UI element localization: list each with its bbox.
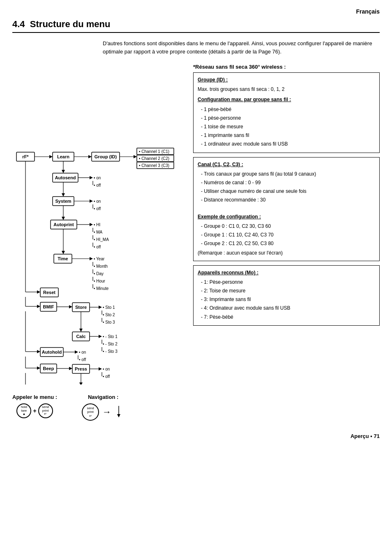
groupe-info-box: Groupe (ID) : Max. trois groupes sans fi… [193, 72, 380, 153]
canal-list-item: Numéros de canal : 0 - 99 [201, 179, 375, 187]
arrow-right: → [102, 407, 111, 417]
exemple-list-item: Groupe 0 : C1 0, C2 30, C3 60 [201, 222, 375, 230]
svg-text:• off: • off [94, 183, 101, 188]
svg-marker-28 [62, 193, 65, 197]
svg-marker-19 [62, 170, 65, 173]
svg-text:• off: • off [103, 374, 110, 379]
svg-marker-90 [99, 335, 102, 338]
svg-marker-142 [117, 414, 120, 417]
svg-text:Store: Store [75, 305, 87, 310]
svg-marker-41 [90, 223, 93, 226]
svg-text:• off: • off [94, 206, 101, 211]
svg-text:• Channel 2 (C2): • Channel 2 (C2) [139, 156, 169, 161]
svg-text:• Month: • Month [94, 264, 108, 269]
svg-text:• HI: • HI [94, 222, 100, 227]
appareils-list-item: 7: Pèse-bébé [201, 313, 375, 321]
bottom-area: Appeler le menu : holdtare▲ + sendprint↵… [12, 394, 380, 421]
intro-text: D'autres fonctions sont disponibles dans… [103, 39, 380, 56]
svg-marker-108 [37, 366, 40, 370]
svg-text:• Sto 2: • Sto 2 [103, 313, 115, 317]
call-menu-section: Appeler le menu : holdtare▲ + sendprint↵ [12, 394, 57, 418]
svg-marker-11 [134, 155, 137, 158]
svg-marker-75 [69, 305, 72, 308]
canal-list-item: Trois canaux par groupe sans fil (au tot… [201, 170, 375, 178]
svg-text:• Minute: • Minute [94, 286, 109, 291]
svg-marker-23 [90, 176, 93, 179]
config-list-item: 1 imprimante sans fil [201, 132, 375, 139]
svg-text:• Day: • Day [94, 271, 104, 276]
svg-marker-121 [79, 382, 83, 385]
svg-marker-7 [88, 155, 92, 158]
svg-text:Beep: Beep [43, 366, 54, 371]
config-list-item: 1 pèse-bébé [201, 106, 375, 114]
config-list-item: 1 pèse-personne [201, 114, 375, 122]
appareils-info-box: Appareils reconnus (Mo) : 1: Pèse-person… [193, 265, 380, 326]
svg-text:• on: • on [94, 176, 101, 180]
svg-text:Autosend: Autosend [55, 175, 76, 180]
svg-text:• Year: • Year [94, 257, 105, 261]
canal-list-item: Distance recommandée : 30 [201, 196, 375, 204]
svg-text:• off: • off [79, 357, 86, 362]
send-print-button[interactable]: sendprint↵ [38, 403, 53, 418]
svg-text:Group (ID): Group (ID) [95, 154, 117, 159]
svg-marker-98 [37, 350, 40, 353]
hold-tare-button[interactable]: holdtare▲ [16, 403, 31, 418]
svg-marker-79 [99, 306, 102, 309]
appareils-list-item: 4: Ordinateur avec module sans fil USB [201, 304, 375, 312]
svg-text:• HI_MA: • HI_MA [94, 237, 109, 242]
svg-text:System: System [55, 199, 71, 204]
svg-text:Calc: Calc [76, 334, 85, 339]
svg-text:• - Sto 1: • - Sto 1 [103, 334, 118, 339]
navigation-button[interactable]: sendprint↵ [82, 403, 99, 421]
svg-text:• off: • off [94, 245, 101, 249]
svg-text:Autoprint: Autoprint [53, 222, 74, 227]
svg-text:• on: • on [103, 367, 110, 371]
config-list-item: 1 toise de mesure [201, 123, 375, 131]
svg-text:• Hour: • Hour [94, 279, 106, 283]
svg-marker-37 [62, 217, 65, 220]
appareils-list-item: 1: Pèse-personne [201, 278, 375, 286]
section-title: 4.4 Structure du menu [12, 19, 380, 33]
svg-text:• MA: • MA [94, 230, 103, 234]
arrow-down [115, 406, 123, 418]
svg-text:• Sto 3: • Sto 3 [103, 320, 115, 324]
svg-text:Reset: Reset [43, 290, 55, 295]
svg-text:Autohold: Autohold [42, 350, 62, 354]
config-list-item: 1 ordinateur avec module sans fil USB [201, 140, 375, 148]
right-info-panel: *Réseau sans fil seca 360° wireless : Gr… [193, 64, 380, 386]
svg-marker-32 [90, 199, 93, 203]
svg-marker-3 [49, 155, 53, 158]
svg-text:Press: Press [75, 366, 87, 371]
appareils-list-item: 2: Toise de mesure [201, 287, 375, 295]
appareils-list-item: 3: Imprimante sans fil [201, 296, 375, 303]
plus-sign: + [33, 408, 36, 414]
svg-marker-54 [90, 257, 93, 260]
svg-text:Learn: Learn [57, 154, 69, 159]
svg-text:rF*: rF* [22, 154, 29, 159]
svg-text:• Channel 1 (C1): • Channel 1 (C1) [139, 149, 169, 154]
svg-text:• Sto 1: • Sto 1 [103, 305, 115, 310]
svg-text:• on: • on [79, 350, 86, 354]
svg-text:• - Sto 2: • - Sto 2 [103, 342, 118, 346]
svg-text:• - Sto 3: • - Sto 3 [103, 349, 118, 354]
svg-text:• on: • on [94, 199, 101, 204]
navigation-section: Navigation : sendprint↵ → [82, 394, 125, 421]
svg-marker-66 [37, 290, 40, 294]
exemple-list-item: Groupe 2 : C1 20, C2 50, C3 80 [201, 240, 375, 248]
canal-info-box: Canal (C1, C2, C3) : Trois canaux par gr… [193, 157, 380, 261]
header-language: Français [12, 8, 380, 15]
svg-text:BMIF: BMIF [43, 304, 54, 309]
canal-list-item: Utiliser chaque numéro de canal une seul… [201, 188, 375, 195]
svg-marker-71 [37, 305, 40, 308]
svg-marker-112 [69, 367, 72, 370]
exemple-list-item: Groupe 1 : C1 10, C2 40, C3 70 [201, 231, 375, 239]
svg-marker-116 [99, 367, 102, 371]
wireless-heading: *Réseau sans fil seca 360° wireless : [193, 64, 380, 70]
svg-marker-86 [79, 329, 83, 332]
page-number: Aperçu • 71 [12, 433, 380, 439]
svg-text:Time: Time [58, 256, 68, 261]
menu-structure-diagram: rF* Learn Group (ID) • Channel 1 (C1) • … [12, 64, 185, 386]
svg-text:• Channel 3 (C3): • Channel 3 (C3) [139, 163, 169, 168]
svg-marker-50 [62, 251, 65, 254]
svg-marker-102 [75, 350, 78, 354]
